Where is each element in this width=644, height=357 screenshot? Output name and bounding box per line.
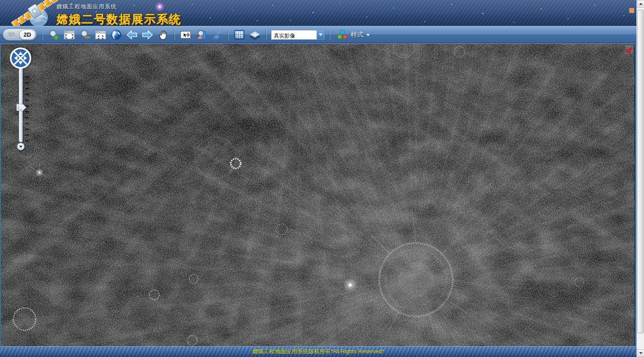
app-title: 嫦娥二号数据展示系统	[56, 12, 182, 26]
zoom-box-in-button[interactable]	[62, 28, 76, 42]
map-viewport[interactable]	[0, 43, 636, 346]
grid-button[interactable]	[232, 28, 246, 42]
toolbar-separator	[266, 30, 267, 40]
box-select-icon	[180, 29, 191, 41]
satellite-logo	[7, 0, 62, 26]
broom-icon	[211, 29, 223, 41]
red-southwest-arrow-icon	[625, 46, 633, 53]
layers-button[interactable]	[248, 28, 262, 42]
zoom-in-button[interactable]	[47, 28, 61, 42]
toolbar-separator	[42, 30, 43, 40]
zoom-box-out-button[interactable]	[93, 28, 108, 42]
back-button[interactable]	[125, 28, 139, 42]
clear-button[interactable]	[210, 28, 224, 42]
pan-compass[interactable]	[11, 48, 30, 68]
toolbar-separator	[228, 30, 229, 40]
zoom-out-icon	[79, 29, 91, 41]
zoom-out-button[interactable]	[78, 28, 92, 42]
lunar-imagery	[1, 44, 634, 346]
overview-toggle-button[interactable]	[625, 45, 633, 54]
map-navigation-control[interactable]	[4, 46, 36, 154]
pan-hand-icon	[157, 29, 169, 41]
zoom-box-out-icon	[95, 29, 106, 41]
scrollbar-thumb[interactable]	[637, 10, 644, 333]
triangle-down-icon	[366, 34, 370, 36]
forward-button[interactable]	[140, 28, 155, 42]
mode-3d-button[interactable]: 3D	[3, 31, 19, 38]
zoom-slider-ticks	[25, 77, 29, 141]
layers-icon	[249, 29, 261, 41]
toolbar-separator	[329, 30, 330, 40]
header-titles: 嫦娥工程地面应用系统 嫦娥二号数据展示系统 嫦娥二号数据展示系统	[56, 3, 182, 26]
orange-square-indicator[interactable]	[629, 8, 634, 13]
copyright-text: 嫦娥工程地面应用系统版权所有*All Rights Reserved*	[252, 348, 384, 356]
scroll-down-button[interactable]	[637, 349, 644, 357]
scroll-up-button[interactable]	[637, 0, 644, 8]
app-header: 嫦娥工程地面应用系统 嫦娥二号数据展示系统 嫦娥二号数据展示系统	[0, 0, 636, 26]
layer-type-dropdown[interactable]: 真实影像	[271, 30, 325, 40]
pan-button[interactable]	[156, 28, 170, 42]
mode-2d-button[interactable]: 2D	[19, 29, 35, 40]
forward-arrow-icon	[141, 29, 154, 41]
app-footer: 嫦娥工程地面应用系统版权所有*All Rights Reserved*	[0, 346, 636, 357]
box-select-button[interactable]	[178, 28, 193, 42]
grid-icon	[233, 29, 245, 41]
zoom-in-icon	[48, 29, 59, 41]
identify-button[interactable]	[194, 28, 208, 42]
toolbar-separator	[174, 30, 175, 40]
zoom-box-in-icon	[64, 29, 75, 41]
app-window: 嫦娥工程地面应用系统 嫦娥二号数据展示系统 嫦娥二号数据展示系统 3D 2D	[0, 0, 644, 357]
vertical-scrollbar[interactable]	[636, 0, 644, 357]
style-button-label: 样式	[351, 31, 363, 39]
chevron-down-icon	[319, 34, 322, 36]
globe-icon	[110, 29, 122, 41]
dropdown-button[interactable]	[317, 30, 324, 39]
main-column: 嫦娥工程地面应用系统 嫦娥二号数据展示系统 嫦娥二号数据展示系统 3D 2D	[0, 0, 636, 357]
style-blocks-icon	[337, 29, 347, 40]
map-mode-toggle: 3D 2D	[3, 29, 37, 41]
map-toolbar: 3D 2D	[0, 26, 636, 43]
layer-type-value: 真实影像	[271, 30, 317, 39]
full-extent-button[interactable]	[109, 28, 123, 42]
app-subtitle: 嫦娥工程地面应用系统	[56, 3, 182, 11]
identify-icon	[195, 29, 207, 41]
back-arrow-icon	[126, 29, 138, 41]
style-button[interactable]: 样式	[337, 29, 370, 40]
